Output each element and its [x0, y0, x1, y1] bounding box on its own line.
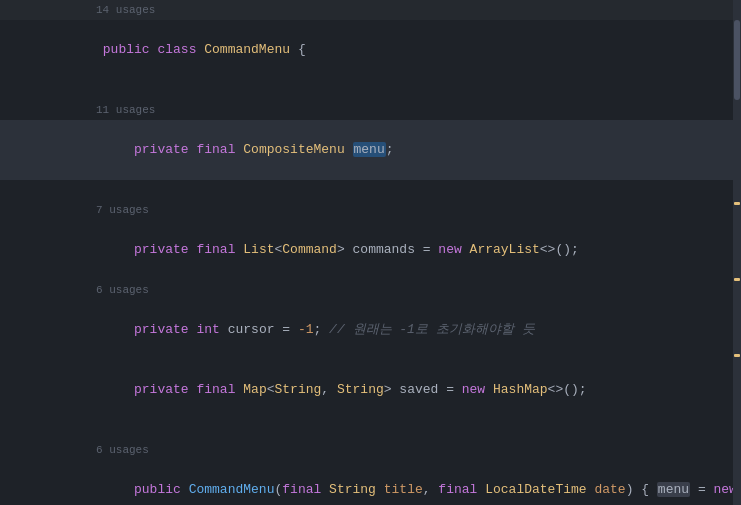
- line-row: 14 usages: [0, 0, 741, 20]
- line-content: private final List<Command> commands = n…: [40, 220, 741, 280]
- usage-hint: 14 usages: [40, 1, 155, 19]
- scrollbar-thumb[interactable]: [734, 20, 740, 100]
- line-row: [0, 180, 741, 200]
- line-row: public CommandMenu(final String title, f…: [0, 460, 741, 505]
- line-row: 6 usages: [0, 280, 741, 300]
- line-content: private int cursor = -1; // 원래는 -1로 초기화해…: [40, 300, 741, 360]
- line-content: public CommandMenu(final String title, f…: [40, 460, 741, 505]
- line-content: [40, 80, 741, 100]
- line-content: private final CompositeMenu menu;: [40, 120, 741, 180]
- usage-hint: 7 usages: [40, 201, 149, 219]
- scroll-marker: [734, 278, 740, 281]
- usage-hint: 11 usages: [40, 101, 155, 119]
- line-row: 7 usages: [0, 200, 741, 220]
- line-row-highlighted: private final CompositeMenu menu;: [0, 120, 741, 180]
- line-row: [0, 420, 741, 440]
- scrollbar[interactable]: [733, 0, 741, 505]
- code-editor: 14 usages public class CommandMenu { 11 …: [0, 0, 741, 505]
- scroll-marker: [734, 354, 740, 357]
- line-content: public class CommandMenu {: [40, 20, 741, 80]
- line-content: [40, 180, 741, 200]
- line-row: private final List<Command> commands = n…: [0, 220, 741, 280]
- line-row: 11 usages: [0, 100, 741, 120]
- scroll-marker: [734, 202, 740, 205]
- line-row: [0, 80, 741, 100]
- usage-hint: 6 usages: [40, 441, 149, 459]
- line-row: public class CommandMenu {: [0, 20, 741, 80]
- line-row: private int cursor = -1; // 원래는 -1로 초기화해…: [0, 300, 741, 360]
- line-content: private final Map<String, String> saved …: [40, 360, 741, 420]
- usage-hint: 6 usages: [40, 281, 149, 299]
- line-row: 6 usages: [0, 440, 741, 460]
- line-content: [40, 420, 741, 440]
- line-row: private final Map<String, String> saved …: [0, 360, 741, 420]
